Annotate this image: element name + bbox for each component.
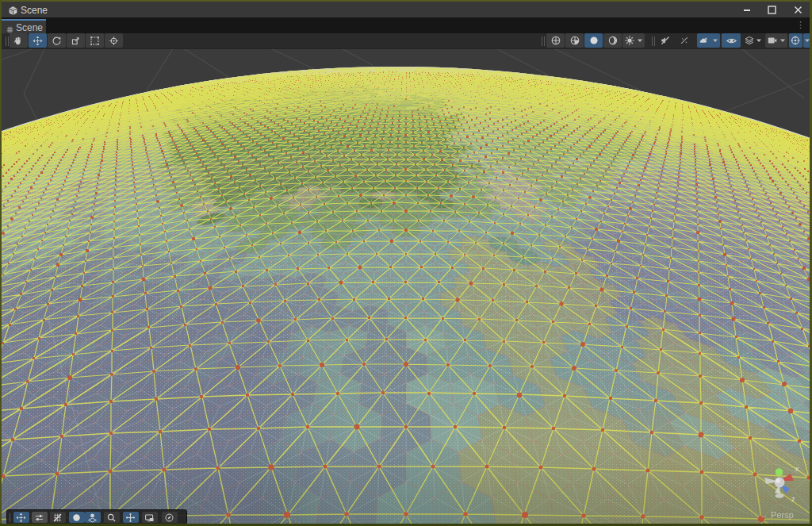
svg-text:z: z (791, 495, 795, 503)
svg-text:x: x (795, 465, 799, 473)
